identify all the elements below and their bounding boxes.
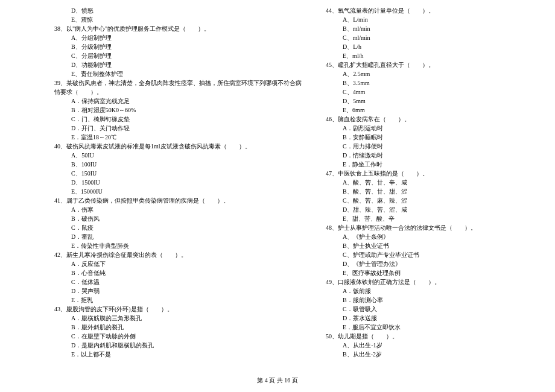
option-line: A、从出生-1岁 <box>343 341 525 350</box>
option-line: D、5mm <box>343 96 525 106</box>
option-line: A、50IU <box>71 151 302 160</box>
option-line: A、2.5mm <box>343 69 525 78</box>
question-line: 45、瞳孔扩大指瞳孔直径大于（ ）。 <box>326 60 525 69</box>
page-content: D、愤怒E、震惊38、以"病人为中心"的优质护理服务工作模式是（ ）。A、分组制… <box>0 0 555 359</box>
right-column: 44、氧气流量表的计量单位是（ ）。A、L/minB、ml/minC、ml/mi… <box>314 6 525 359</box>
question-line: 49、口服液体铁剂的正确方法是（ ）。 <box>326 277 525 286</box>
option-line: D、愤怒 <box>71 6 302 15</box>
question-line: 39、某破伤风患者，神志清楚，全身肌肉阵发性痉挛、抽搐，所住病室环境下列哪项不符… <box>54 78 302 87</box>
option-line: B．心音低钝 <box>71 268 302 277</box>
left-column: D、愤怒E、震惊38、以"病人为中心"的优质护理服务工作模式是（ ）。A、分组制… <box>54 6 314 359</box>
option-line: C、4mm <box>343 87 525 96</box>
option-line: B、分级制护理 <box>71 42 302 51</box>
option-line: D．是腹内斜肌和腹横肌的裂孔 <box>71 341 302 350</box>
option-line: D．开门、关门动作轻 <box>71 124 302 133</box>
option-line: D、甜、辣、苦、涩、咸 <box>343 205 525 214</box>
option-line: D．茶水送服 <box>343 314 525 323</box>
option-line: B．安静睡眠时 <box>343 133 525 142</box>
option-line: A．反应低下 <box>71 259 302 268</box>
option-line: E、15000IU <box>71 187 302 196</box>
option-line: E、甜、苦、酸、辛 <box>343 214 525 223</box>
option-line: C．在腹壁下动脉的外侧 <box>71 332 302 341</box>
option-line: 情要求（ ）。 <box>54 87 302 96</box>
question-line: 43、腹股沟管的皮下环(外环)是指（ ）。 <box>54 305 302 314</box>
option-line: D．霍乱 <box>71 232 302 241</box>
option-line: C、分层制护理 <box>71 51 302 60</box>
option-line: D、L/h <box>343 42 525 51</box>
option-line: E．拒乳 <box>71 296 302 305</box>
option-line: A、L/min <box>343 15 525 24</box>
question-line: 44、氧气流量表的计量单位是（ ）。 <box>326 6 525 15</box>
option-line: A、《护士条例》 <box>343 232 525 241</box>
option-line: E．以上都不是 <box>71 350 302 359</box>
option-line: D、1500IU <box>71 178 302 187</box>
option-line: B、ml/min <box>343 24 525 33</box>
question-line: 46、脑血栓发病常在（ ）。 <box>326 115 525 124</box>
question-line: 47、中医饮食上五味指的是（ ）。 <box>326 169 525 178</box>
option-line: C、ml/min <box>343 33 525 42</box>
option-line: A．保持病室光线充足 <box>71 96 302 106</box>
option-line: A．饭前服 <box>343 286 525 296</box>
option-line: D、功能制护理 <box>71 60 302 69</box>
option-line: B．破伤风 <box>71 214 302 223</box>
question-line: 40、破伤风抗毒素皮试液的标准是每1ml皮试液含破伤风抗毒素（ ）。 <box>54 142 302 151</box>
option-line: C．门、椅脚钉橡皮垫 <box>71 115 302 124</box>
option-line: B、从出生-2岁 <box>343 350 525 359</box>
option-line: A．腹横筋膜的三角形裂孔 <box>71 314 302 323</box>
option-line: E、震惊 <box>71 15 302 24</box>
option-line: B．相对湿度50K0～60% <box>71 106 302 115</box>
option-line: C．低体温 <box>71 277 302 286</box>
option-line: E、6mm <box>343 106 525 115</box>
option-line: E、ml/h <box>343 51 525 60</box>
question-line: 38、以"病人为中心"的优质护理服务工作模式是（ ）。 <box>54 24 302 33</box>
page-footer: 第 4 页 共 16 页 <box>0 376 555 385</box>
option-line: A、酸、苦、甘、辛、咸 <box>343 178 525 187</box>
option-line: E．服后不宜立即饮水 <box>343 323 525 332</box>
option-line: E、医疗事故处理条例 <box>343 268 525 277</box>
option-line: A．伤寒 <box>71 205 302 214</box>
option-line: A、分组制护理 <box>71 33 302 42</box>
option-line: E、责任制整体护理 <box>71 69 302 78</box>
option-line: B．服前测心率 <box>343 296 525 305</box>
option-line: B、护士执业证书 <box>343 241 525 250</box>
option-line: C．鼠疫 <box>71 223 302 232</box>
option-line: E．静坐工作时 <box>343 160 525 169</box>
option-line: D、《护士管理办法》 <box>343 259 525 268</box>
option-line: B．腹外斜肌的裂孔 <box>71 323 302 332</box>
option-line: C、酸、苦、麻、辣、涩 <box>343 196 525 205</box>
option-line: B、酸、苦、甘、甜、涩 <box>343 187 525 196</box>
option-line: C、护理或助产专业毕业证书 <box>343 250 525 259</box>
option-line: C．吸管吸入 <box>343 305 525 314</box>
option-line: A．剧烈运动时 <box>343 124 525 133</box>
option-line: C．用力排便时 <box>343 142 525 151</box>
option-line: E．传染性非典型肺炎 <box>71 241 302 250</box>
question-line: 41、属于乙类传染病，但按照甲类传染病管理的疾病是（ ）。 <box>54 196 302 205</box>
option-line: E．室温18～20℃ <box>71 133 302 142</box>
question-line: 50、幼儿期是指（ ）。 <box>326 332 525 341</box>
option-line: B、100IU <box>71 160 302 169</box>
question-line: 42、新生儿寒冷损伤综合征最突出的表（ ）。 <box>54 250 302 259</box>
option-line: D．情绪激动时 <box>343 151 525 160</box>
option-line: B、3.5mm <box>343 78 525 87</box>
option-line: D．哭声弱 <box>71 286 302 296</box>
question-line: 48、护士从事护理活动唯一合法的法律文书是（ ）。 <box>326 223 525 232</box>
option-line: C、150IU <box>71 169 302 178</box>
